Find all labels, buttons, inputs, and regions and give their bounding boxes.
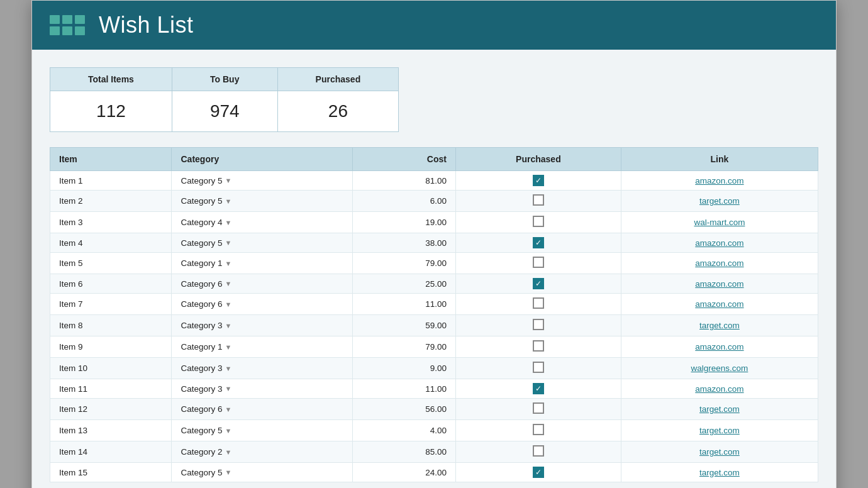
- checkbox-unchecked[interactable]: [533, 319, 544, 330]
- cell-purchased[interactable]: ✓: [455, 379, 621, 399]
- item-link[interactable]: amazon.com: [695, 384, 743, 394]
- header: Wish List: [32, 1, 836, 50]
- table-row: Item 5Category 1▼79.00amazon.com: [50, 253, 818, 274]
- item-link[interactable]: amazon.com: [695, 299, 743, 309]
- item-link[interactable]: target.com: [699, 447, 740, 457]
- item-link[interactable]: amazon.com: [695, 342, 743, 352]
- summary-to-buy-value: 974: [172, 91, 277, 132]
- dropdown-arrow-icon[interactable]: ▼: [225, 469, 232, 476]
- checkbox-unchecked[interactable]: [533, 402, 544, 414]
- cell-purchased[interactable]: [455, 191, 621, 212]
- dropdown-arrow-icon[interactable]: ▼: [225, 343, 232, 351]
- dropdown-arrow-icon[interactable]: ▼: [225, 385, 232, 392]
- cell-link[interactable]: amazon.com: [621, 336, 818, 358]
- cell-link[interactable]: target.com: [621, 399, 818, 420]
- summary-col1-header: Total Items: [50, 68, 172, 91]
- checkbox-checked[interactable]: ✓: [533, 383, 544, 394]
- cell-cost: 24.00: [352, 463, 455, 482]
- cell-category[interactable]: Category 5▼: [172, 420, 352, 441]
- item-link[interactable]: amazon.com: [695, 279, 743, 289]
- dropdown-arrow-icon[interactable]: ▼: [225, 197, 232, 205]
- dropdown-arrow-icon[interactable]: ▼: [225, 406, 232, 413]
- cell-category[interactable]: Category 5▼: [172, 463, 352, 482]
- icon-cell-1: [50, 15, 60, 24]
- cell-purchased[interactable]: [455, 420, 621, 441]
- dropdown-arrow-icon[interactable]: ▼: [225, 280, 232, 287]
- cell-link[interactable]: amazon.com: [621, 171, 818, 191]
- cell-purchased[interactable]: ✓: [455, 171, 621, 191]
- cell-cost: 25.00: [352, 274, 455, 294]
- item-link[interactable]: target.com: [699, 321, 740, 330]
- cell-category[interactable]: Category 1▼: [172, 253, 352, 274]
- item-link[interactable]: target.com: [699, 468, 740, 477]
- cell-link[interactable]: wal-mart.com: [621, 212, 818, 233]
- table-row: Item 10Category 3▼9.00walgreens.com: [50, 358, 818, 379]
- checkbox-unchecked[interactable]: [533, 216, 544, 227]
- cell-category[interactable]: Category 2▼: [172, 441, 352, 463]
- checkbox-unchecked[interactable]: [533, 257, 544, 268]
- cell-item: Item 7: [50, 294, 172, 315]
- dropdown-arrow-icon[interactable]: ▼: [225, 365, 232, 372]
- item-link[interactable]: amazon.com: [695, 258, 743, 268]
- checkbox-unchecked[interactable]: [533, 194, 544, 206]
- cell-purchased[interactable]: [455, 399, 621, 420]
- cell-link[interactable]: target.com: [621, 191, 818, 212]
- dropdown-arrow-icon[interactable]: ▼: [225, 219, 232, 226]
- item-link[interactable]: amazon.com: [695, 238, 743, 248]
- cell-purchased[interactable]: ✓: [455, 463, 621, 482]
- checkbox-unchecked[interactable]: [533, 445, 544, 457]
- dropdown-arrow-icon[interactable]: ▼: [225, 260, 232, 267]
- cell-purchased[interactable]: [455, 315, 621, 336]
- cell-link[interactable]: target.com: [621, 463, 818, 482]
- cell-category[interactable]: Category 5▼: [172, 191, 352, 212]
- item-link[interactable]: target.com: [699, 196, 740, 206]
- cell-category[interactable]: Category 6▼: [172, 399, 352, 420]
- item-link[interactable]: wal-mart.com: [694, 218, 745, 227]
- checkbox-checked[interactable]: ✓: [533, 175, 544, 186]
- item-link[interactable]: walgreens.com: [691, 363, 748, 373]
- checkbox-checked[interactable]: ✓: [533, 278, 544, 289]
- cell-link[interactable]: amazon.com: [621, 294, 818, 315]
- item-link[interactable]: target.com: [699, 404, 740, 414]
- dropdown-arrow-icon[interactable]: ▼: [225, 427, 232, 435]
- cell-category[interactable]: Category 5▼: [172, 233, 352, 253]
- cell-purchased[interactable]: [455, 441, 621, 463]
- cell-category[interactable]: Category 3▼: [172, 379, 352, 399]
- cell-link[interactable]: amazon.com: [621, 274, 818, 294]
- dropdown-arrow-icon[interactable]: ▼: [225, 448, 232, 456]
- cell-category[interactable]: Category 6▼: [172, 294, 352, 315]
- cell-link[interactable]: target.com: [621, 441, 818, 463]
- item-link[interactable]: target.com: [699, 426, 740, 435]
- checkbox-checked[interactable]: ✓: [533, 237, 544, 248]
- cell-category[interactable]: Category 5▼: [172, 171, 352, 191]
- dropdown-arrow-icon[interactable]: ▼: [225, 177, 232, 184]
- cell-purchased[interactable]: [455, 336, 621, 358]
- cell-category[interactable]: Category 6▼: [172, 274, 352, 294]
- checkbox-unchecked[interactable]: [533, 362, 544, 373]
- cell-purchased[interactable]: ✓: [455, 274, 621, 294]
- cell-category[interactable]: Category 1▼: [172, 336, 352, 358]
- checkbox-unchecked[interactable]: [533, 424, 544, 435]
- checkbox-unchecked[interactable]: [533, 297, 544, 309]
- cell-purchased[interactable]: ✓: [455, 233, 621, 253]
- cell-link[interactable]: target.com: [621, 420, 818, 441]
- dropdown-arrow-icon[interactable]: ▼: [225, 239, 232, 247]
- cell-purchased[interactable]: [455, 212, 621, 233]
- cell-category[interactable]: Category 4▼: [172, 212, 352, 233]
- cell-cost: 56.00: [352, 399, 455, 420]
- cell-purchased[interactable]: [455, 253, 621, 274]
- cell-link[interactable]: amazon.com: [621, 379, 818, 399]
- cell-link[interactable]: target.com: [621, 315, 818, 336]
- checkbox-unchecked[interactable]: [533, 340, 544, 352]
- dropdown-arrow-icon[interactable]: ▼: [225, 301, 232, 308]
- item-link[interactable]: amazon.com: [695, 176, 743, 186]
- dropdown-arrow-icon[interactable]: ▼: [225, 322, 232, 330]
- cell-purchased[interactable]: [455, 358, 621, 379]
- cell-category[interactable]: Category 3▼: [172, 358, 352, 379]
- cell-link[interactable]: amazon.com: [621, 233, 818, 253]
- cell-category[interactable]: Category 3▼: [172, 315, 352, 336]
- cell-link[interactable]: walgreens.com: [621, 358, 818, 379]
- checkbox-checked[interactable]: ✓: [533, 467, 544, 478]
- cell-link[interactable]: amazon.com: [621, 253, 818, 274]
- cell-purchased[interactable]: [455, 294, 621, 315]
